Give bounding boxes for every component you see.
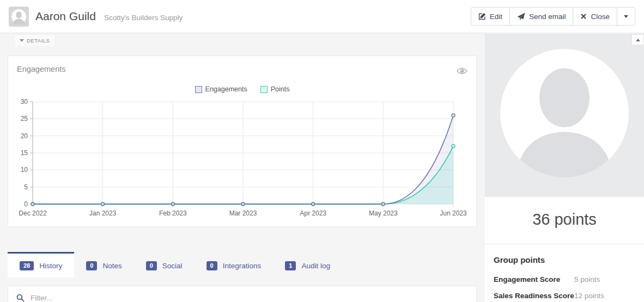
history-filter-panel bbox=[8, 286, 477, 302]
svg-text:5: 5 bbox=[24, 183, 28, 191]
svg-text:Jan 2023: Jan 2023 bbox=[89, 209, 117, 217]
engagements-panel-header: Engagements bbox=[8, 56, 476, 81]
tab-label: Integrations bbox=[223, 262, 262, 270]
svg-text:25: 25 bbox=[21, 115, 28, 122]
tab-integrations[interactable]: 0 Integrations bbox=[195, 252, 274, 278]
person-placeholder-icon bbox=[500, 49, 629, 177]
caret-down-icon bbox=[624, 15, 628, 18]
legend-item-engagements[interactable]: Engagements bbox=[195, 85, 247, 93]
svg-text:Apr 2023: Apr 2023 bbox=[300, 209, 326, 217]
details-toggle[interactable]: DETAILS bbox=[14, 34, 56, 46]
svg-text:20: 20 bbox=[21, 132, 28, 140]
eye-icon[interactable] bbox=[457, 67, 467, 77]
group-points-row: Engagement Score 5 points bbox=[494, 275, 635, 285]
svg-text:30: 30 bbox=[21, 98, 28, 106]
svg-text:Feb 2023: Feb 2023 bbox=[159, 209, 187, 217]
tab-count-badge: 28 bbox=[20, 261, 34, 270]
group-points-row: Sales Readiness Score 12 points bbox=[494, 292, 635, 301]
group-points-value: 5 points bbox=[574, 275, 600, 285]
scroll-up-button[interactable] bbox=[631, 34, 644, 45]
x-icon bbox=[580, 13, 587, 20]
tab-count-badge: 1 bbox=[285, 261, 296, 270]
group-points-title: Group points bbox=[494, 255, 635, 264]
contact-company: Scotty's Builders Supply bbox=[104, 14, 183, 22]
legend-label: Engagements bbox=[205, 85, 247, 93]
contact-tabs: 28 History 0 Notes 0 Social 0 Integratio… bbox=[8, 252, 477, 278]
tab-label: Audit log bbox=[301, 262, 330, 270]
svg-text:Jun 2023: Jun 2023 bbox=[440, 209, 467, 217]
legend-item-points[interactable]: Points bbox=[260, 85, 290, 93]
close-button-label: Close bbox=[591, 13, 610, 21]
edit-button-label: Edit bbox=[490, 13, 502, 21]
contact-header: Aaron Guild Scotty's Builders Supply Edi… bbox=[0, 0, 644, 33]
tab-label: History bbox=[39, 262, 62, 270]
tab-audit-log[interactable]: 1 Audit log bbox=[273, 252, 342, 278]
svg-text:15: 15 bbox=[21, 149, 28, 157]
send-email-button[interactable]: Send email bbox=[509, 7, 574, 26]
edit-button[interactable]: Edit bbox=[471, 7, 510, 26]
tab-count-badge: 0 bbox=[86, 261, 97, 270]
svg-text:Mar 2023: Mar 2023 bbox=[229, 209, 257, 217]
contact-sidebar: 36 points Group points Engagement Score … bbox=[485, 34, 644, 302]
contact-name: Aaron Guild bbox=[35, 10, 96, 23]
sidebar-avatar bbox=[485, 34, 644, 197]
details-toggle-label: DETAILS bbox=[27, 38, 50, 44]
tab-count-badge: 0 bbox=[206, 261, 217, 270]
chart-legend: EngagementsPoints bbox=[8, 81, 476, 97]
tab-label: Notes bbox=[102, 262, 121, 270]
legend-label: Points bbox=[271, 85, 290, 93]
svg-text:Dec 2022: Dec 2022 bbox=[19, 209, 47, 217]
close-button[interactable]: Close bbox=[573, 7, 617, 26]
tab-count-badge: 0 bbox=[146, 261, 157, 270]
svg-text:May 2023: May 2023 bbox=[369, 209, 398, 217]
tab-history[interactable]: 28 History bbox=[8, 252, 74, 278]
caret-down-icon bbox=[20, 39, 24, 42]
more-actions-button[interactable] bbox=[617, 7, 635, 26]
group-points-label: Engagement Score bbox=[494, 275, 574, 285]
contact-avatar bbox=[9, 7, 29, 27]
group-points-label: Sales Readiness Score bbox=[494, 292, 574, 301]
tab-label: Social bbox=[162, 262, 183, 270]
engagements-panel-title: Engagements bbox=[17, 65, 65, 73]
header-actions: Edit Send email Close bbox=[471, 7, 635, 26]
tab-social[interactable]: 0 Social bbox=[134, 252, 195, 278]
caret-up-icon bbox=[636, 39, 640, 41]
send-email-button-label: Send email bbox=[529, 13, 566, 21]
tab-notes[interactable]: 0 Notes bbox=[74, 252, 133, 278]
filter-input[interactable] bbox=[31, 294, 468, 302]
legend-swatch bbox=[195, 86, 202, 93]
legend-swatch bbox=[260, 86, 268, 93]
group-points-value: 12 points bbox=[574, 292, 604, 301]
engagements-line-chart: 051015202530Dec 2022Jan 2023Feb 2023Mar … bbox=[8, 97, 476, 224]
engagements-panel: Engagements EngagementsPoints 0510152025… bbox=[8, 56, 477, 227]
magnifier-icon bbox=[16, 294, 25, 302]
paper-plane-icon bbox=[517, 13, 525, 20]
person-placeholder-icon bbox=[9, 7, 29, 27]
points-total: 36 points bbox=[485, 197, 644, 244]
group-points-section: Group points Engagement Score 5 points S… bbox=[485, 244, 644, 302]
svg-text:0: 0 bbox=[24, 200, 28, 208]
svg-text:10: 10 bbox=[21, 166, 28, 174]
pencil-square-icon bbox=[478, 13, 486, 20]
